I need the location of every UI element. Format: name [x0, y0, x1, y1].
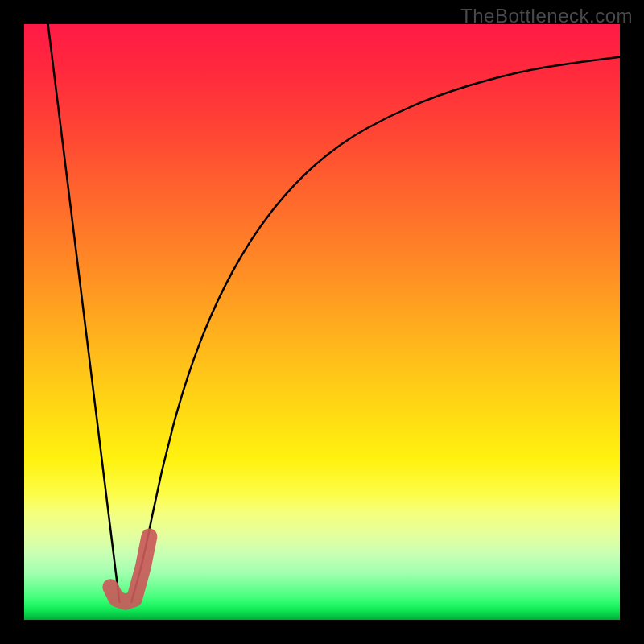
curve-right [131, 57, 620, 602]
plot-area [24, 24, 620, 620]
curve-left [48, 24, 120, 602]
curve-layer [24, 24, 620, 620]
chart-frame: TheBottleneck.com [0, 0, 644, 644]
